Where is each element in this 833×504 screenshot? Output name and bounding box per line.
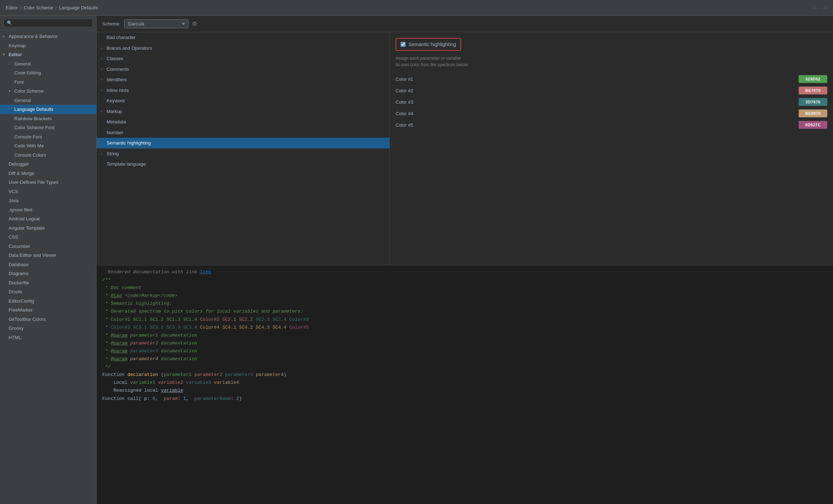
- chevron-down-icon: ▾: [3, 52, 7, 57]
- sidebar-item-label: Diagrams: [9, 270, 29, 277]
- cat-string[interactable]: › String: [97, 148, 389, 159]
- search-input[interactable]: [4, 19, 93, 27]
- cat-braces[interactable]: › Braces and Operators: [97, 43, 389, 54]
- cat-inline-hints[interactable]: › Inline hints: [97, 85, 389, 96]
- chevron-down-icon: ▾: [3, 34, 7, 39]
- sidebar-item-data-editor[interactable]: Data Editor and Viewer: [0, 251, 96, 260]
- sidebar-item-ignore[interactable]: .ignore files: [0, 205, 96, 215]
- cat-label: Comments: [107, 66, 129, 73]
- sidebar-item-groovy[interactable]: Groovy: [0, 324, 96, 333]
- color-row-3: Color #3 3D7676: [396, 98, 827, 106]
- sidebar-item-label: EditorConfig: [9, 298, 34, 305]
- cat-identifiers[interactable]: › Identifiers: [97, 74, 389, 85]
- breadcrumb-language-defaults[interactable]: Language Defaults: [59, 5, 98, 10]
- sidebar-item-cs-general[interactable]: General: [0, 96, 96, 105]
- search-box: [0, 16, 96, 30]
- cat-number[interactable]: Number: [97, 127, 389, 138]
- sidebar-item-label: GitToolBox Colors: [9, 316, 46, 323]
- sidebar-item-label: Data Editor and Viewer: [9, 252, 56, 259]
- sidebar-item-vcs[interactable]: VCS: [0, 187, 96, 196]
- color-5-swatch[interactable]: 9D527C: [799, 121, 827, 129]
- sidebar-item-editorconfig[interactable]: EditorConfig: [0, 297, 96, 306]
- cat-bad-char[interactable]: Bad character: [97, 32, 389, 43]
- sidebar-item-rainbow-brackets[interactable]: Rainbow Brackets: [0, 114, 96, 123]
- sidebar-item-android-logcat[interactable]: Android Logcat: [0, 214, 96, 224]
- sidebar-item-code-with-me[interactable]: Code With Me: [0, 141, 96, 151]
- breadcrumb-color-scheme[interactable]: Color Scheme: [24, 5, 53, 10]
- sidebar-item-diff-merge[interactable]: Diff & Merge: [0, 169, 96, 178]
- spacer: [101, 98, 106, 103]
- breadcrumb-sep-2: ›: [55, 5, 57, 10]
- cat-template[interactable]: Template language: [97, 159, 389, 170]
- sidebar-item-angular[interactable]: Angular Template: [0, 224, 96, 233]
- sidebar-item-label: Database: [9, 261, 29, 268]
- forward-arrow-icon[interactable]: →: [822, 5, 827, 11]
- sidebar-item-label: Cucumber: [9, 243, 30, 250]
- breadcrumb-nav: ← →: [813, 5, 827, 11]
- cat-semantic[interactable]: Semantic highlighting: [97, 138, 389, 148]
- sidebar-item-drools[interactable]: Drools: [0, 287, 96, 297]
- sidebar-item-label: Code Editing: [14, 69, 41, 77]
- color-row-2: Color #2 BE7070: [396, 87, 827, 94]
- sidebar-item-label: Debugger: [9, 161, 29, 168]
- breadcrumb-sep-1: ›: [20, 5, 21, 10]
- sidebar-item-font[interactable]: Font: [0, 78, 96, 87]
- sidebar-item-console-colors[interactable]: Console Colors: [0, 151, 96, 160]
- gear-icon[interactable]: ⚙: [192, 20, 197, 27]
- sidebar-item-label: Console Colors: [14, 152, 46, 159]
- cat-markup[interactable]: › Markup: [97, 106, 389, 117]
- sidebar-item-color-scheme-font[interactable]: Color Scheme Font: [0, 123, 96, 132]
- preview-line: /**: [102, 276, 827, 284]
- color-row-4: Color #4 BE9970: [396, 109, 827, 117]
- sidebar-item-css[interactable]: CSS: [0, 233, 96, 242]
- cat-comments[interactable]: › Comments: [97, 64, 389, 75]
- preview-line: * @param parameter4 documentation: [102, 355, 827, 363]
- sidebar-item-debugger[interactable]: Debugger: [0, 160, 96, 169]
- sidebar-item-appearance[interactable]: ▾ Appearance & Behavior: [0, 32, 96, 41]
- sidebar-item-cucumber[interactable]: Cucumber: [0, 242, 96, 251]
- sidebar-item-label: Groovy: [9, 325, 24, 332]
- preview-line: * Generated spectrum to pick colors for …: [102, 308, 827, 315]
- sidebar-item-console-font[interactable]: Console Font: [0, 132, 96, 142]
- sidebar-item-dockerfile[interactable]: Dockerfile: [0, 278, 96, 288]
- sidebar-item-gittoolbox[interactable]: GitToolBox Colors: [0, 315, 96, 324]
- cat-classes[interactable]: › Classes: [97, 53, 389, 64]
- sidebar-item-language-defaults[interactable]: Language Defaults: [0, 105, 96, 114]
- scheme-select[interactable]: Default Darcula High contrast IntelliJ L…: [124, 19, 188, 28]
- breadcrumb-editor[interactable]: Editor: [6, 5, 18, 10]
- sidebar-item-html[interactable]: HTML: [0, 333, 96, 342]
- sidebar-item-color-scheme[interactable]: ▾ Color Scheme: [0, 87, 96, 96]
- color-4-swatch[interactable]: BE9970: [799, 109, 827, 117]
- sidebar-item-label: Rainbow Brackets: [14, 115, 52, 122]
- cat-label: Number: [107, 129, 123, 136]
- sidebar-item-code-editing[interactable]: Code Editing: [0, 68, 96, 78]
- spacer: [101, 161, 106, 167]
- sidebar-item-editor[interactable]: ▾ Editor: [0, 50, 96, 59]
- preview-line: * Doc comment: [102, 284, 827, 292]
- sidebar-item-label: Color Scheme: [14, 88, 44, 95]
- spacer: [101, 140, 106, 146]
- sidebar-item-user-defined[interactable]: User-Defined File Types: [0, 178, 96, 187]
- sidebar-item-freemarker[interactable]: FreeMarker: [0, 305, 96, 315]
- spacer: [101, 35, 106, 40]
- cat-keyword[interactable]: Keyword: [97, 96, 389, 106]
- preview-line: * @tag <code>Markup</code>: [102, 292, 827, 300]
- sidebar-item-keymap[interactable]: Keymap: [0, 41, 96, 50]
- preview-line: */: [102, 363, 827, 371]
- sidebar-item-diagrams[interactable]: Diagrams: [0, 269, 96, 278]
- sidebar-item-label: Diff & Merge: [9, 170, 34, 177]
- color-3-swatch[interactable]: 3D7676: [799, 98, 827, 106]
- semantic-highlight-checkbox[interactable]: [401, 42, 406, 47]
- color-1-swatch[interactable]: 529D52: [799, 75, 827, 83]
- back-arrow-icon[interactable]: ←: [813, 5, 819, 11]
- cat-metadata[interactable]: Metadata: [97, 117, 389, 127]
- chevron-right-icon: ›: [101, 77, 106, 82]
- preview-line: * Color#1 SC1.1 SC1.2 SC1.3 SC1.4 Color#…: [102, 316, 827, 324]
- sidebar-item-database[interactable]: Database: [0, 260, 96, 269]
- color-2-swatch[interactable]: BE7070: [799, 87, 827, 94]
- color-row-5: Color #5 9D527C: [396, 121, 827, 129]
- sidebar: ▾ Appearance & Behavior Keymap ▾ Editor …: [0, 16, 97, 504]
- sidebar-item-label: User-Defined File Types: [9, 179, 58, 186]
- sidebar-item-java[interactable]: Java: [0, 196, 96, 205]
- sidebar-item-general[interactable]: › General: [0, 59, 96, 69]
